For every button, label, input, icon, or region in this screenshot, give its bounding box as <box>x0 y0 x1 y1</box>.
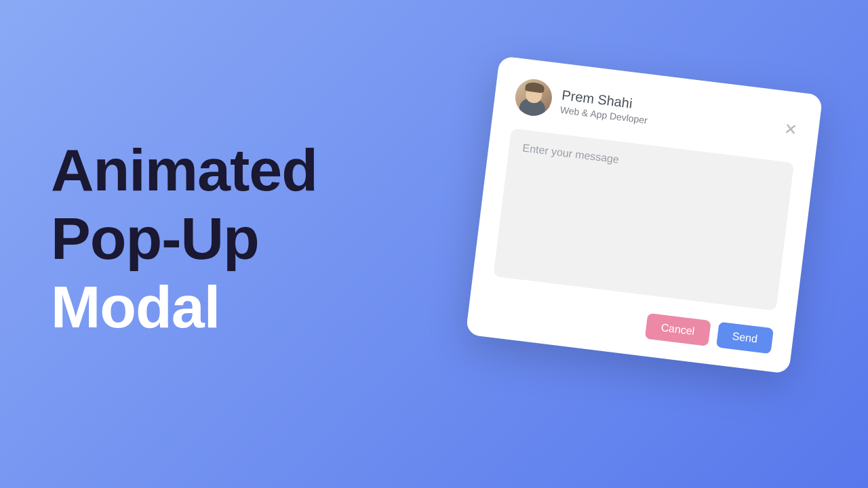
headline-line-1: Animated <box>51 136 317 204</box>
headline-line-3: Modal <box>51 272 317 341</box>
close-icon[interactable] <box>781 119 801 139</box>
user-info: Prem Shahi Web & App Devloper <box>559 87 650 125</box>
cancel-button[interactable]: Cancel <box>645 313 711 346</box>
message-input[interactable] <box>493 128 794 311</box>
avatar <box>513 77 554 118</box>
headline-line-2: Pop-Up <box>51 204 317 272</box>
send-button[interactable]: Send <box>716 322 774 354</box>
avatar-hair <box>525 81 545 93</box>
popup-modal: Prem Shahi Web & App Devloper Cancel Sen… <box>466 56 823 373</box>
headline: Animated Pop-Up Modal <box>51 136 317 342</box>
modal-wrapper: Prem Shahi Web & App Devloper Cancel Sen… <box>466 56 823 373</box>
